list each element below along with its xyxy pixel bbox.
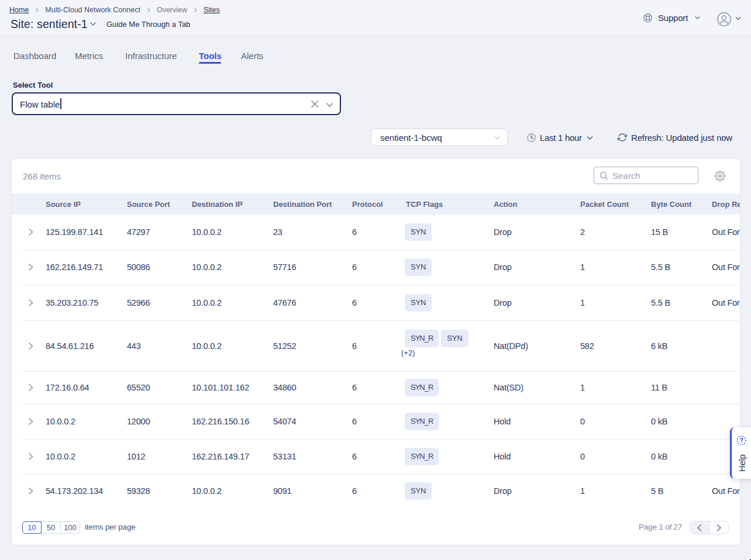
svg-text:?: ? (739, 437, 743, 444)
